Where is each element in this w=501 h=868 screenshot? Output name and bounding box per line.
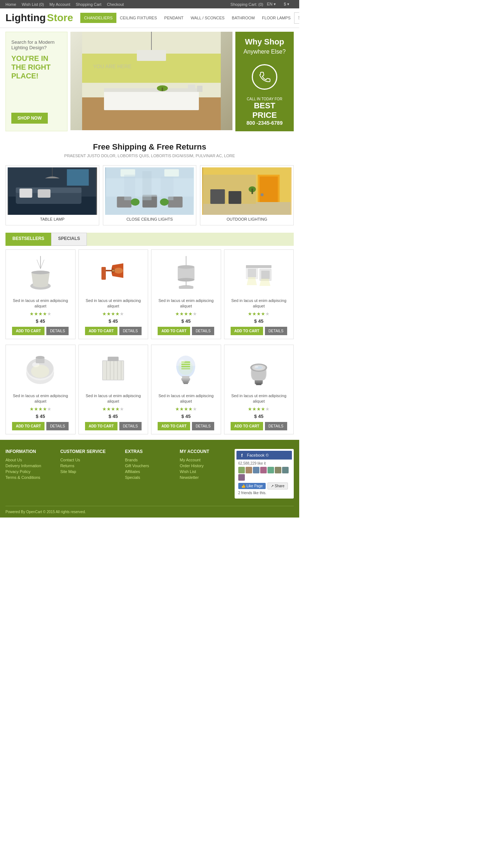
- product-price-7: $ 45: [155, 414, 217, 419]
- footer-affiliates[interactable]: Affiliates: [125, 469, 174, 474]
- add-to-cart-2[interactable]: ADD TO CART: [85, 327, 117, 335]
- nav-checkout[interactable]: Checkout: [107, 2, 124, 7]
- footer-terms[interactable]: Terms & Conditions: [5, 475, 55, 480]
- box-lamp-svg: [244, 260, 273, 289]
- nav-ceiling[interactable]: CEILING FIXTURES: [116, 13, 161, 23]
- lang-select[interactable]: EN ▾: [267, 2, 275, 7]
- tab-bestsellers[interactable]: BESTSELLERS: [5, 233, 51, 246]
- product-buttons-1: ADD TO CART DETAILS: [9, 327, 72, 335]
- details-7[interactable]: DETAILS: [192, 422, 214, 430]
- fb-share-button[interactable]: ↗ Share: [267, 483, 288, 489]
- footer-wish-list[interactable]: Wish List: [180, 469, 229, 474]
- footer-returns[interactable]: Returns: [60, 464, 119, 468]
- svg-rect-6: [104, 90, 199, 110]
- nav-account[interactable]: My Account: [50, 2, 70, 7]
- footer-delivery[interactable]: Delivery Information: [5, 464, 55, 468]
- hero-left-panel: Search for a Modern Lighting Design? YOU…: [5, 32, 68, 131]
- footer-contact[interactable]: Contact Us: [60, 458, 119, 462]
- footer-brands[interactable]: Brands: [125, 458, 174, 462]
- footer-order-history[interactable]: Order History: [180, 464, 229, 468]
- fb-like-button[interactable]: 👍 Like Page: [238, 483, 266, 489]
- svg-rect-40: [211, 189, 225, 204]
- tab-specials[interactable]: SPECIALS: [51, 233, 87, 246]
- footer-about[interactable]: About Us: [5, 458, 55, 462]
- footer-newsletter[interactable]: Newsletter: [180, 475, 229, 480]
- ceiling-image: [105, 167, 194, 215]
- svg-point-106: [255, 366, 258, 368]
- footer-privacy[interactable]: Privacy Policy: [5, 469, 55, 474]
- currency-select[interactable]: $ ▾: [284, 2, 289, 7]
- add-to-cart-6[interactable]: ADD TO CART: [85, 422, 117, 430]
- shipping-title: Free Shipping & Free Returns: [5, 142, 294, 152]
- product-buttons-5: ADD TO CART DETAILS: [9, 422, 72, 430]
- product-name-3: Sed in lacus ut enim adipiscing aliquet: [155, 298, 217, 309]
- category-ceiling[interactable]: CLOSE CEILING LIGHTS: [103, 165, 197, 225]
- svg-point-32: [131, 198, 139, 206]
- fb-img-4: [260, 467, 267, 473]
- details-6[interactable]: DETAILS: [119, 422, 142, 430]
- facebook-widget: f Facebook © 62,588,229 like it: [235, 449, 294, 499]
- details-4[interactable]: DETAILS: [265, 327, 287, 335]
- product-name-6: Sed in lacus ut enim adipiscing aliquet: [82, 393, 144, 404]
- product-buttons-7: ADD TO CART DETAILS: [155, 422, 217, 430]
- footer-extras-title: EXTRAS: [125, 449, 174, 454]
- add-to-cart-5[interactable]: ADD TO CART: [12, 422, 45, 430]
- svg-line-46: [41, 260, 44, 269]
- fb-name: Facebook ©: [247, 453, 269, 457]
- copyright-text: Powered By OpenCart © 2015 All rights re…: [5, 510, 86, 514]
- hero-image: YOU ARE HERE: [70, 32, 232, 131]
- shipping-banner: Free Shipping & Free Returns PRAESENT JU…: [0, 135, 299, 162]
- search-input[interactable]: [294, 13, 299, 23]
- product-name-5: Sed in lacus ut enim adipiscing aliquet: [9, 393, 72, 404]
- details-2[interactable]: DETAILS: [119, 327, 142, 335]
- svg-rect-11: [197, 86, 203, 92]
- product-card-7: Sed in lacus ut enim adipiscing aliquet …: [151, 345, 221, 434]
- tabs-section: BESTSELLERS SPECIALS: [0, 229, 299, 249]
- footer-sitemap[interactable]: Site Map: [60, 469, 119, 474]
- nav-floor[interactable]: FLOOR LAMPS: [258, 13, 294, 23]
- product-stars-4: ★★★★★: [228, 311, 290, 317]
- product-price-2: $ 45: [82, 318, 144, 324]
- svg-rect-63: [248, 269, 256, 277]
- product-stars-7: ★★★★★: [155, 406, 217, 412]
- nav-wall[interactable]: WALL / SCONCES: [187, 13, 228, 23]
- logo-lighting-text: Lighting: [5, 12, 46, 23]
- svg-point-56: [178, 265, 194, 269]
- add-to-cart-8[interactable]: ADD TO CART: [231, 422, 263, 430]
- details-8[interactable]: DETAILS: [265, 422, 287, 430]
- product-tabs: BESTSELLERS SPECIALS: [5, 233, 294, 246]
- product-name-2: Sed in lacus ut enim adipiscing aliquet: [82, 298, 144, 309]
- category-outdoor[interactable]: OUTDOOR LIGHTING: [200, 165, 294, 225]
- footer-vouchers[interactable]: Gift Vouchers: [125, 464, 174, 468]
- footer-my-account[interactable]: My Account: [180, 458, 229, 462]
- details-3[interactable]: DETAILS: [192, 327, 214, 335]
- nav-home[interactable]: Home: [5, 2, 16, 7]
- product-card-1: Sed in lacus ut enim adipiscing aliquet …: [5, 249, 76, 339]
- shop-now-button[interactable]: SHOP NOW: [11, 113, 48, 124]
- products-grid-row1: Sed in lacus ut enim adipiscing aliquet …: [0, 249, 299, 345]
- svg-point-48: [31, 271, 50, 274]
- nav-bathroom[interactable]: BATHROOM: [228, 13, 258, 23]
- panel-lamp-svg: [99, 353, 128, 386]
- svg-rect-91: [184, 383, 188, 384]
- nav-chandeliers[interactable]: CHANDELIERS: [80, 13, 116, 23]
- footer-service-title: CUSTOMER SERVICE: [60, 449, 119, 454]
- details-5[interactable]: DETAILS: [46, 422, 69, 430]
- fb-img-3: [253, 467, 259, 473]
- category-table-lamp[interactable]: TABLE LAMP: [5, 165, 99, 225]
- details-1[interactable]: DETAILS: [46, 327, 69, 335]
- footer-specials[interactable]: Specials: [125, 475, 174, 480]
- svg-rect-30: [142, 171, 151, 200]
- add-to-cart-1[interactable]: ADD TO CART: [12, 327, 45, 335]
- table-lamp-scene: [8, 167, 97, 215]
- nav-cart[interactable]: Shopping Cart: [76, 2, 101, 7]
- product-price-8: $ 45: [228, 414, 290, 419]
- logo[interactable]: Lighting Store: [5, 12, 73, 24]
- nav-pendant[interactable]: PENDANT: [161, 13, 187, 23]
- call-text: CALL IN TODAY FOR: [247, 97, 282, 101]
- hero-section: Search for a Modern Lighting Design? YOU…: [0, 28, 299, 135]
- add-to-cart-3[interactable]: ADD TO CART: [158, 327, 190, 335]
- add-to-cart-4[interactable]: ADD TO CART: [231, 327, 263, 335]
- add-to-cart-7[interactable]: ADD TO CART: [158, 422, 190, 430]
- nav-wishlist[interactable]: Wish List (0): [22, 2, 44, 7]
